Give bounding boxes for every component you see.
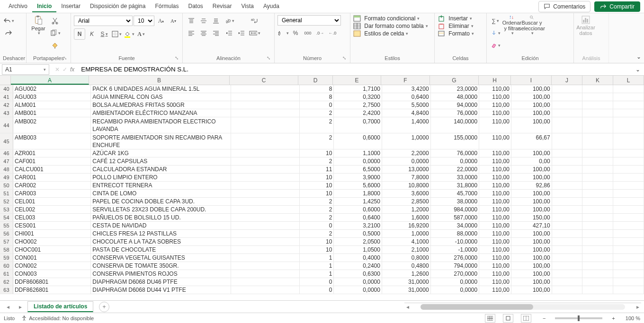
cell[interactable] <box>582 85 613 93</box>
cell[interactable]: 100,00 <box>511 254 552 262</box>
cell[interactable] <box>613 246 644 253</box>
cell[interactable] <box>582 254 613 262</box>
cell[interactable]: 110,00 <box>479 93 511 101</box>
cell[interactable]: 1,6000 <box>382 214 431 221</box>
cell[interactable] <box>552 166 583 173</box>
column-header-E[interactable]: E <box>333 76 381 85</box>
cell[interactable]: 984,0000 <box>431 206 480 213</box>
row-header[interactable]: 59 <box>0 254 13 262</box>
cell[interactable]: 3,6000 <box>382 190 431 197</box>
cell[interactable]: AMBIENTADOR ELÉCTRICO MANZANA <box>91 109 231 117</box>
cell[interactable]: 100,00 <box>511 117 552 133</box>
cell[interactable]: 76,0000 <box>431 109 480 117</box>
row-header[interactable]: 43 <box>0 109 13 117</box>
cell[interactable]: 1 <box>300 262 334 270</box>
cell[interactable] <box>582 246 613 253</box>
cell[interactable]: AMB003 <box>13 133 91 149</box>
font-size-select[interactable]: 10 <box>134 16 154 26</box>
cell[interactable]: 31,0000 <box>382 278 431 286</box>
cell[interactable]: 3,2100 <box>334 222 382 229</box>
cell[interactable] <box>231 254 299 262</box>
cell[interactable]: 2,7500 <box>334 101 382 109</box>
cell[interactable] <box>613 174 644 181</box>
cell[interactable] <box>231 133 299 149</box>
zoom-slider[interactable] <box>555 317 602 319</box>
cell[interactable]: 110,00 <box>479 198 511 205</box>
column-header-A[interactable]: A <box>11 76 89 85</box>
cell[interactable]: 92,86 <box>511 182 552 189</box>
cell[interactable]: 100,00 <box>511 270 552 278</box>
cell[interactable] <box>613 270 644 278</box>
cell[interactable]: DIAPHRAGM D6068 DU44 V1 PTFE <box>91 286 231 294</box>
cell[interactable]: AGU003 <box>13 93 91 101</box>
cell[interactable]: AMB002 <box>13 117 91 133</box>
cell[interactable]: CEL002 <box>13 206 91 213</box>
cell[interactable]: 45,7000 <box>431 190 480 197</box>
cell[interactable]: 2 <box>300 230 334 237</box>
cell[interactable] <box>582 270 613 278</box>
cell[interactable] <box>582 198 613 205</box>
cell[interactable]: AGUA MINERAL CON GAS <box>91 93 231 101</box>
view-page-layout-button[interactable] <box>503 314 513 323</box>
cell[interactable]: DDF8626801 <box>13 286 91 294</box>
cell[interactable] <box>552 182 583 189</box>
cell[interactable] <box>552 93 583 101</box>
underline-button[interactable]: S▾ <box>98 28 110 40</box>
row-header[interactable]: 44 <box>0 117 13 133</box>
row-header[interactable]: 61 <box>0 270 13 278</box>
cell[interactable]: 2 <box>300 206 334 213</box>
cell[interactable] <box>231 246 299 253</box>
cell[interactable]: CAFÉ 12 CAPSULAS <box>91 157 231 165</box>
cell[interactable]: CALCULADORA ESTANDAR <box>91 166 231 173</box>
cell[interactable] <box>613 149 644 157</box>
menu-archivo[interactable]: Archivo <box>4 1 32 12</box>
cell[interactable]: BOLSA ALMEDRAS FRITAS 500GR <box>91 101 231 109</box>
cell[interactable]: 2 <box>300 117 334 133</box>
cell[interactable] <box>582 230 613 237</box>
menu-datos[interactable]: Datos <box>183 1 207 12</box>
cell[interactable]: 100,00 <box>511 278 552 286</box>
cell[interactable]: CON002 <box>13 262 91 270</box>
fill-color-button[interactable]: ▾ <box>123 28 134 40</box>
cell[interactable] <box>613 117 644 133</box>
cell[interactable] <box>613 190 644 197</box>
cell[interactable]: 11 <box>300 166 334 173</box>
decrease-decimal-button[interactable]: ←.0 <box>327 27 338 39</box>
cell[interactable]: 4,8400 <box>382 109 431 117</box>
orientation-button[interactable]: ab▾ <box>224 15 235 26</box>
cell[interactable]: 110,00 <box>479 254 511 262</box>
cell[interactable]: 110,00 <box>479 157 511 165</box>
font-color-button[interactable]: A▾ <box>135 28 147 40</box>
cell[interactable]: 2,2000 <box>382 149 431 157</box>
cell[interactable] <box>231 174 299 181</box>
column-header-I[interactable]: I <box>511 76 552 85</box>
confirm-formula-button[interactable]: ✓ <box>63 66 67 73</box>
row-header[interactable]: 47 <box>0 157 13 165</box>
column-header-C[interactable]: C <box>230 76 298 85</box>
menu-insertar[interactable]: Insertar <box>56 1 85 12</box>
delete-cells-button[interactable]: Eliminar▾ <box>438 23 474 29</box>
cell[interactable] <box>582 238 613 245</box>
row-header[interactable]: 42 <box>0 101 13 109</box>
cell[interactable]: 110,00 <box>479 133 511 149</box>
cell[interactable]: AZR001 <box>13 149 91 157</box>
clear-button[interactable]: ▾ <box>490 40 501 51</box>
select-all-corner[interactable] <box>0 76 11 85</box>
cell[interactable]: 22,0000 <box>431 166 480 173</box>
cell[interactable] <box>582 262 613 270</box>
cell[interactable]: 100,00 <box>511 174 552 181</box>
cell[interactable]: 0,2400 <box>334 262 382 270</box>
cell[interactable]: 10 <box>300 190 334 197</box>
cell[interactable]: 794,0000 <box>431 262 480 270</box>
cell[interactable] <box>231 222 299 229</box>
cell[interactable] <box>552 198 583 205</box>
cell[interactable]: 3,4200 <box>382 85 431 93</box>
cell[interactable] <box>613 109 644 117</box>
decrease-indent-button[interactable] <box>224 27 235 39</box>
format-painter-button[interactable] <box>49 40 61 51</box>
alignment-launcher[interactable]: ⤡ <box>267 55 270 61</box>
menu-fórmulas[interactable]: Fórmulas <box>150 1 183 12</box>
clipboard-launcher[interactable]: ⤡ <box>63 55 67 61</box>
cell[interactable]: 110,00 <box>479 117 511 133</box>
cell[interactable]: 110,00 <box>479 174 511 181</box>
